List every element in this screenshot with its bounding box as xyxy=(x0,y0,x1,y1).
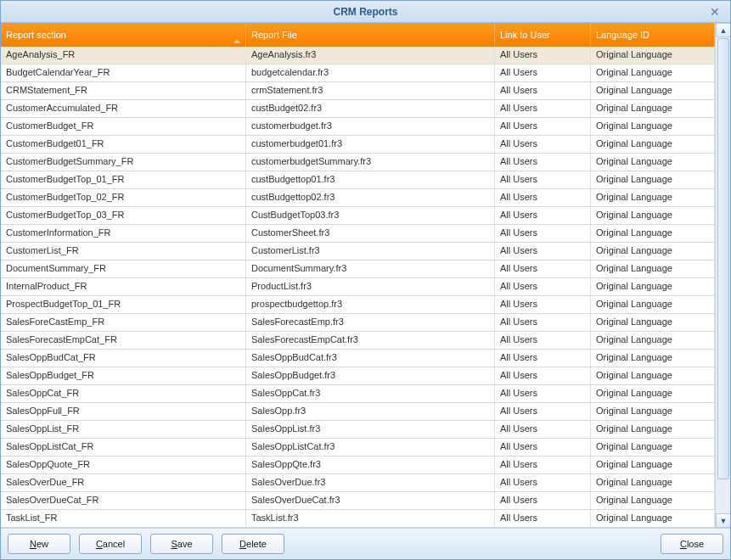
delete-button[interactable]: Delete xyxy=(222,534,284,554)
cell-language-id: Original Language xyxy=(591,47,715,64)
cell-link-to-user: All Users xyxy=(495,225,591,242)
cell-report-file: custBudgettop02.fr3 xyxy=(246,189,495,206)
table-row[interactable]: BudgetCalendarYear_FRbudgetcalendar.fr3A… xyxy=(1,64,715,82)
cell-report-section: AgeAnalysis_FR xyxy=(1,47,246,64)
table-row[interactable]: CustomerList_FRCustomerList.fr3All Users… xyxy=(1,243,715,260)
table-row[interactable]: SalesOverDue_FRSalesOverDue.fr3All Users… xyxy=(1,474,715,492)
table-row[interactable]: AgeAnalysis_FRAgeAnalysis.fr3All UsersOr… xyxy=(1,47,715,64)
column-header-report-file[interactable]: Report File xyxy=(246,23,495,47)
table-row[interactable]: CustomerBudgetSummary_FRcustomerbudgetSu… xyxy=(1,154,715,171)
cell-language-id: Original Language xyxy=(591,260,715,277)
table-row[interactable]: TaskList_FRTaskList.fr3All UsersOriginal… xyxy=(1,510,715,528)
cell-report-section: SalesOverDueCat_FR xyxy=(1,492,246,509)
table-row[interactable]: SalesOppBudget_FRSalesOppBudget.fr3All U… xyxy=(1,367,715,385)
cell-report-section: SalesOppBudCat_FR xyxy=(1,350,246,367)
cell-report-section: SalesOppBudget_FR xyxy=(1,367,246,384)
table-row[interactable]: CRMStatement_FRcrmStatement.fr3All Users… xyxy=(1,82,715,100)
table-row[interactable]: ProspectBudgetTop_01_FRprospectbudgettop… xyxy=(1,296,715,314)
column-header-language-id[interactable]: Language ID xyxy=(591,23,715,47)
cell-report-file: prospectbudgettop.fr3 xyxy=(246,296,495,313)
close-icon[interactable]: ✕ xyxy=(708,6,722,20)
table-row[interactable]: CustomerBudget01_FRcustomerbudget01.fr3A… xyxy=(1,136,715,154)
cell-report-section: SalesForecastEmpCat_FR xyxy=(1,332,246,349)
cell-report-file: SalesOppListCat.fr3 xyxy=(246,439,495,456)
reports-grid: Report section Report File Link to User … xyxy=(1,23,715,528)
cell-report-section: SalesForeCastEmp_FR xyxy=(1,314,246,331)
cell-report-file: CustomerSheet.fr3 xyxy=(246,225,495,242)
cell-report-section: CustomerAccumulated_FR xyxy=(1,100,246,117)
cell-report-file: customerbudgetSummary.fr3 xyxy=(246,154,495,171)
cell-language-id: Original Language xyxy=(591,189,715,206)
cell-report-file: custBudget02.fr3 xyxy=(246,100,495,117)
table-row[interactable]: SalesOppBudCat_FRSalesOppBudCat.fr3All U… xyxy=(1,350,715,367)
cancel-button[interactable]: Cancel xyxy=(79,534,142,554)
cell-report-file: AgeAnalysis.fr3 xyxy=(246,47,495,64)
cell-link-to-user: All Users xyxy=(495,189,591,206)
cell-report-file: SalesOppBudget.fr3 xyxy=(246,367,495,384)
cell-language-id: Original Language xyxy=(591,207,715,224)
button-rest: ew xyxy=(37,539,48,549)
cell-link-to-user: All Users xyxy=(495,474,591,491)
grid-header: Report section Report File Link to User … xyxy=(1,23,715,47)
button-accel: N xyxy=(30,539,37,549)
column-header-label: Link to User xyxy=(500,30,550,40)
table-row[interactable]: SalesOverDueCat_FRSalesOverDueCat.fr3All… xyxy=(1,492,715,510)
crm-reports-window: CRM Reports ✕ Report section Report File… xyxy=(0,0,731,560)
cell-link-to-user: All Users xyxy=(495,136,591,153)
cell-link-to-user: All Users xyxy=(495,64,591,81)
cell-link-to-user: All Users xyxy=(495,456,591,473)
cell-link-to-user: All Users xyxy=(495,243,591,260)
table-row[interactable]: SalesOppCat_FRSalesOppCat.fr3All UsersOr… xyxy=(1,385,715,403)
cell-link-to-user: All Users xyxy=(495,260,591,277)
table-row[interactable]: SalesOppQuote_FRSalesOppQte.fr3All Users… xyxy=(1,456,715,474)
table-row[interactable]: CustomerBudgetTop_02_FRcustBudgettop02.f… xyxy=(1,189,715,207)
new-button[interactable]: New xyxy=(8,534,70,554)
close-button[interactable]: Close xyxy=(661,534,723,554)
cell-report-file: SalesOppCat.fr3 xyxy=(246,385,495,402)
cell-report-section: SalesOppCat_FR xyxy=(1,385,246,402)
table-row[interactable]: CustomerAccumulated_FRcustBudget02.fr3Al… xyxy=(1,100,715,118)
scroll-thumb[interactable] xyxy=(717,38,729,479)
cell-language-id: Original Language xyxy=(591,510,715,527)
cell-language-id: Original Language xyxy=(591,100,715,117)
cell-report-file: SalesOverDue.fr3 xyxy=(246,474,495,491)
cell-report-section: SalesOverDue_FR xyxy=(1,474,246,491)
button-rest: lose xyxy=(687,539,704,549)
cell-language-id: Original Language xyxy=(591,456,715,473)
table-row[interactable]: CustomerBudgetTop_03_FRCustBudgetTop03.f… xyxy=(1,207,715,225)
cell-report-file: CustBudgetTop03.fr3 xyxy=(246,207,495,224)
table-row[interactable]: SalesForecastEmpCat_FRSalesForecastEmpCa… xyxy=(1,332,715,350)
vertical-scrollbar[interactable]: ▲ ▼ xyxy=(715,23,730,528)
sort-ascending-icon xyxy=(233,39,240,43)
cell-link-to-user: All Users xyxy=(495,385,591,402)
column-header-report-section[interactable]: Report section xyxy=(1,23,246,47)
cell-link-to-user: All Users xyxy=(495,314,591,331)
cell-report-section: BudgetCalendarYear_FR xyxy=(1,64,246,81)
table-row[interactable]: SalesOppList_FRSalesOppList.fr3All Users… xyxy=(1,421,715,439)
cell-report-file: SalesOverDueCat.fr3 xyxy=(246,492,495,509)
cell-report-section: CustomerBudget01_FR xyxy=(1,136,246,153)
table-row[interactable]: SalesOppListCat_FRSalesOppListCat.fr3All… xyxy=(1,439,715,456)
table-row[interactable]: CustomerBudget_FRcustomerbudget.fr3All U… xyxy=(1,118,715,136)
table-row[interactable]: SalesForeCastEmp_FRSalesForecastEmp.fr3A… xyxy=(1,314,715,332)
column-header-link-to-user[interactable]: Link to User xyxy=(495,23,591,47)
table-row[interactable]: CustomerBudgetTop_01_FRcustBudgettop01.f… xyxy=(1,171,715,189)
save-button[interactable]: Save xyxy=(150,534,213,554)
cell-language-id: Original Language xyxy=(591,350,715,367)
table-row[interactable]: CustomerInformation_FRCustomerSheet.fr3A… xyxy=(1,225,715,243)
cell-language-id: Original Language xyxy=(591,82,715,99)
cell-language-id: Original Language xyxy=(591,492,715,509)
cell-report-section: CustomerBudgetTop_03_FR xyxy=(1,207,246,224)
cell-report-file: customerbudget.fr3 xyxy=(246,118,495,135)
table-row[interactable]: DocumentSummary_FRDocumentSummary.fr3All… xyxy=(1,260,715,278)
scroll-up-button[interactable]: ▲ xyxy=(716,23,730,37)
cell-link-to-user: All Users xyxy=(495,100,591,117)
column-header-label: Report section xyxy=(6,30,66,40)
cell-report-section: CustomerList_FR xyxy=(1,243,246,260)
table-row[interactable]: InternalProduct_FRProductList.fr3All Use… xyxy=(1,278,715,296)
table-row[interactable]: SalesOppFull_FRSalesOpp.fr3All UsersOrig… xyxy=(1,403,715,421)
button-rest: elete xyxy=(246,539,267,549)
scroll-down-button[interactable]: ▼ xyxy=(716,513,730,528)
cell-link-to-user: All Users xyxy=(495,421,591,438)
cell-report-file: SalesForecastEmpCat.fr3 xyxy=(246,332,495,349)
